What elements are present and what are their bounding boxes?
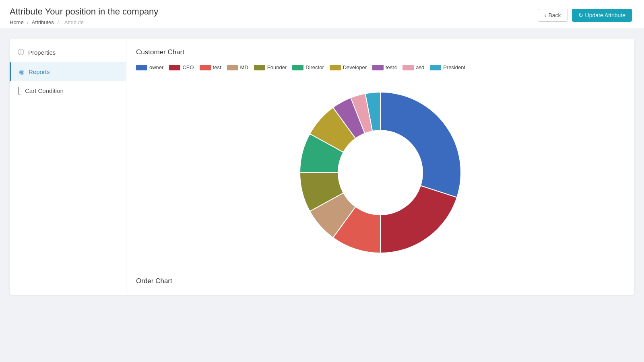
chart-segment xyxy=(380,185,457,253)
legend-item: Director xyxy=(292,64,324,70)
legend-color xyxy=(372,65,384,70)
legend-item: Founder xyxy=(254,64,287,70)
donut-chart-svg xyxy=(292,84,469,261)
main-content: ⓘ Properties ◉ Reports ⎣ Cart Condition … xyxy=(0,29,644,304)
info-icon: ⓘ xyxy=(18,48,24,57)
legend-color xyxy=(227,65,238,70)
legend-color xyxy=(169,65,180,70)
legend-label: test xyxy=(213,64,221,70)
legend-label: Developer xyxy=(343,64,367,70)
refresh-icon: ↻ xyxy=(578,12,583,19)
filter-icon: ⎣ xyxy=(18,87,21,95)
customer-chart-title: Customer Chart xyxy=(136,48,625,56)
chart-legend: owner CEO test MD Founder Director Devel… xyxy=(136,64,625,70)
legend-item: President xyxy=(430,64,465,70)
legend-label: asd xyxy=(416,64,424,70)
legend-item: owner xyxy=(136,64,163,70)
sidebar: ⓘ Properties ◉ Reports ⎣ Cart Condition xyxy=(10,39,126,295)
sidebar-item-reports[interactable]: ◉ Reports xyxy=(10,62,126,81)
sidebar-item-properties[interactable]: ⓘ Properties xyxy=(10,43,126,62)
legend-label: owner xyxy=(149,64,163,70)
donut-chart-container xyxy=(136,80,625,273)
main-card: ⓘ Properties ◉ Reports ⎣ Cart Condition … xyxy=(10,39,634,295)
chart-segment xyxy=(380,92,461,197)
update-attribute-button[interactable]: ↻ Update Attribute xyxy=(572,9,632,22)
sidebar-item-label-cart-condition: Cart Condition xyxy=(25,87,64,94)
legend-color xyxy=(136,65,147,70)
legend-label: CEO xyxy=(182,64,194,70)
order-chart-section: Order Chart xyxy=(136,277,625,285)
legend-item: asd xyxy=(402,64,424,70)
back-button[interactable]: ‹ Back xyxy=(538,9,568,22)
legend-color xyxy=(254,65,265,70)
customer-chart-section: Customer Chart owner CEO test MD Founder… xyxy=(136,48,625,273)
legend-item: test xyxy=(200,64,221,70)
legend-item: test4 xyxy=(372,64,397,70)
legend-label: MD xyxy=(240,64,248,70)
legend-item: MD xyxy=(227,64,248,70)
back-icon: ‹ xyxy=(545,12,547,19)
legend-color xyxy=(402,65,414,70)
header-actions: ‹ Back ↻ Update Attribute xyxy=(538,9,632,22)
sidebar-item-label-properties: Properties xyxy=(28,49,56,56)
legend-label: President xyxy=(443,64,465,70)
legend-color xyxy=(200,65,211,70)
content-area: Customer Chart owner CEO test MD Founder… xyxy=(126,39,634,295)
legend-color xyxy=(292,65,303,70)
sidebar-item-label-reports: Reports xyxy=(29,68,50,75)
legend-color xyxy=(430,65,441,70)
legend-label: Founder xyxy=(267,64,287,70)
reports-icon: ◉ xyxy=(19,68,25,76)
legend-label: test4 xyxy=(386,64,397,70)
legend-color xyxy=(330,65,341,70)
breadcrumb-home[interactable]: Home xyxy=(10,19,24,25)
legend-item: Developer xyxy=(330,64,367,70)
sidebar-item-cart-condition[interactable]: ⎣ Cart Condition xyxy=(10,81,126,100)
breadcrumb-attributes[interactable]: Attributes xyxy=(32,19,54,25)
legend-label: Director xyxy=(305,64,324,70)
breadcrumb-current: Attribute xyxy=(64,19,84,25)
order-chart-title: Order Chart xyxy=(136,277,625,285)
legend-item: CEO xyxy=(169,64,194,70)
